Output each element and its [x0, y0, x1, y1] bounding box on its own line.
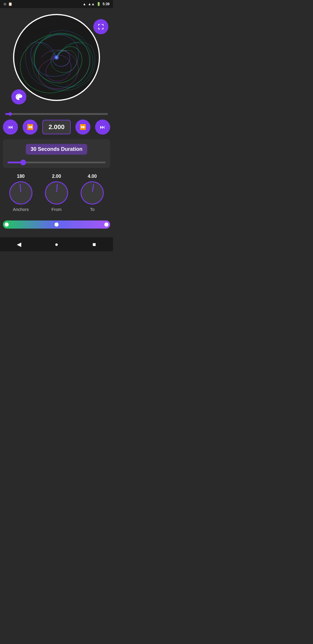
duration-panel: 30 Seconds Duration — [3, 139, 110, 168]
anchors-value: 180 — [17, 174, 25, 179]
fast-forward-icon: ⏩ — [80, 124, 86, 130]
home-button[interactable]: ● — [51, 239, 62, 249]
speed-display[interactable]: 2.000 — [42, 120, 71, 134]
skip-back-button[interactable]: ⏮ — [3, 120, 18, 135]
battery-icon: 🔋 — [97, 2, 101, 6]
notification-icon: ⊙ — [3, 2, 6, 6]
duration-slider-thumb — [20, 160, 26, 165]
gradient-dot-right[interactable] — [104, 222, 108, 227]
progress-thumb — [8, 112, 12, 116]
back-button[interactable]: ◀ — [14, 239, 24, 249]
from-knob-wrapper: 2.00 From — [45, 174, 68, 212]
status-bar: ⊙ 📋 ▲ ▲▲ 🔋 5:39 — [0, 0, 113, 8]
wifi-icon: ▲ — [83, 2, 86, 6]
transport-controls: ⏮ ⏪ 2.000 ⏩ ⏭ — [3, 120, 110, 135]
clipboard-icon: 📋 — [8, 2, 12, 6]
main-content: ⏮ ⏪ 2.000 ⏩ ⏭ 30 Seconds Duration 180 — [0, 8, 113, 231]
anchors-label: Anchors — [13, 207, 29, 212]
to-knob[interactable] — [79, 180, 106, 207]
bottom-gradient-bar[interactable] — [3, 220, 110, 229]
canvas-area — [13, 14, 100, 101]
from-label: From — [51, 207, 61, 212]
recent-button[interactable]: ■ — [89, 239, 99, 249]
palette-button[interactable] — [11, 89, 26, 104]
anchors-knob-indicator — [19, 184, 21, 192]
svg-point-1 — [55, 56, 58, 59]
nav-bar: ◀ ● ■ — [0, 237, 113, 251]
to-label: To — [90, 207, 94, 212]
skip-forward-icon: ⏭ — [100, 124, 105, 130]
fast-forward-button[interactable]: ⏩ — [75, 120, 90, 135]
duration-label: 30 Seconds Duration — [26, 144, 87, 155]
progress-bar-container[interactable] — [3, 113, 110, 115]
knobs-area: 180 Anchors 2.00 From 4.00 To — [3, 174, 110, 212]
to-knob-wrapper: 4.00 To — [81, 174, 104, 212]
rewind-icon: ⏪ — [27, 124, 33, 130]
gradient-dot-center[interactable] — [54, 222, 59, 227]
spiral-canvas — [13, 14, 100, 101]
anchors-knob[interactable] — [8, 180, 33, 206]
from-knob-indicator — [56, 184, 58, 192]
status-left: ⊙ 📋 — [3, 2, 12, 6]
progress-bar[interactable] — [5, 113, 108, 115]
to-value: 4.00 — [88, 174, 97, 179]
status-right: ▲ ▲▲ 🔋 5:39 — [83, 2, 110, 6]
skip-back-icon: ⏮ — [8, 124, 13, 130]
rewind-button[interactable]: ⏪ — [23, 120, 38, 135]
anchors-knob-wrapper: 180 Anchors — [9, 174, 32, 212]
time-display: 5:39 — [103, 2, 110, 6]
from-value: 2.00 — [52, 174, 61, 179]
signal-icon: ▲▲ — [88, 2, 95, 6]
gradient-dot-left[interactable] — [5, 222, 9, 227]
duration-slider[interactable] — [8, 162, 105, 163]
recent-icon: ■ — [92, 241, 96, 248]
to-knob-indicator — [92, 184, 94, 192]
spiral-svg — [16, 17, 97, 98]
from-knob[interactable] — [44, 180, 69, 206]
back-icon: ◀ — [17, 241, 21, 248]
fullscreen-button[interactable] — [93, 19, 108, 34]
home-icon: ● — [55, 241, 58, 248]
duration-label-wrapper: 30 Seconds Duration — [8, 144, 105, 159]
skip-forward-button[interactable]: ⏭ — [95, 120, 110, 135]
